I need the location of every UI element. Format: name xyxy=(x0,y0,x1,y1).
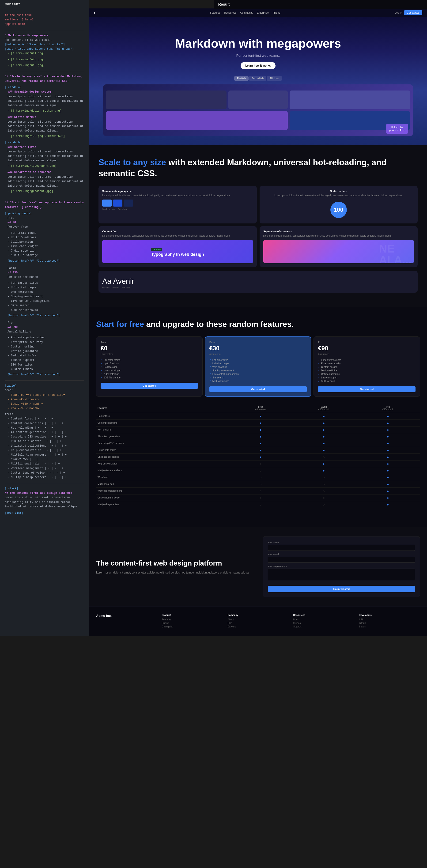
code-free-f6: - 1GB file storage xyxy=(5,253,84,258)
table-cell-check: ● xyxy=(229,426,292,433)
plan-pro-f3: Custom hosting xyxy=(318,365,416,369)
code-img1: - [! home/img/ui1.jpg] xyxy=(5,51,84,56)
table-row: Public help centre●●● xyxy=(96,447,420,454)
code-basic-f7: - 500k visitors/mo xyxy=(5,308,84,313)
footer-col-product-title: Product xyxy=(162,614,223,616)
table-cell-check: ● xyxy=(356,501,420,508)
tab-third[interactable]: Third tab xyxy=(267,76,282,81)
nav-links: Features Resources Community Enterprise … xyxy=(210,11,280,14)
table-row: Cascading CSS modules●●● xyxy=(96,440,420,447)
code-basic-f6: - Site search xyxy=(5,303,84,308)
code-img2: - [! home/img/ui5.jpg] xyxy=(5,57,84,62)
plan-free-button[interactable]: Get started xyxy=(100,383,198,389)
plan-pro-button[interactable]: Get started xyxy=(318,386,416,392)
code-lorem4: Lorem ipsum dolor sit amet, consectetur … xyxy=(5,175,84,188)
nav-actions: Log In Get started xyxy=(395,10,422,15)
code-img-design: - [! home/img/design-system.png] xyxy=(5,109,84,113)
table-cell-check: ● xyxy=(356,426,420,433)
footer-col-developers: Developers API Github Status xyxy=(359,614,420,629)
hero-title: Markdown with megapowers xyxy=(98,37,418,51)
form-name-input[interactable] xyxy=(268,545,415,551)
code-stack-heading: ## The content-first web design platform xyxy=(5,491,84,495)
footer-grid: Acme Inc. Product Features Pricing Chang… xyxy=(96,614,420,629)
code-row11: - Multilingual help | - | - | + xyxy=(5,462,84,466)
plan-basic-button[interactable]: Get started xyxy=(209,386,307,392)
code-pro-price: ## €90 xyxy=(5,325,84,330)
footer-link-api[interactable]: API xyxy=(359,618,420,621)
footer-link-changelog[interactable]: Changelog xyxy=(162,625,223,628)
swatch-label-1: Sky blue xyxy=(102,208,111,210)
footer-link-status[interactable]: Status xyxy=(359,625,420,628)
plan-basic-f7: 500k visitors/mo xyxy=(209,379,307,383)
nav-login[interactable]: Log In xyxy=(395,11,402,14)
footer-link-github[interactable]: Github xyxy=(359,622,420,624)
code-cards-b: [.cards.b] xyxy=(5,141,84,145)
footer-link-support[interactable]: Support xyxy=(293,625,354,628)
form-submit-button[interactable]: I'm interested xyxy=(268,586,415,592)
table-cell-check: ● xyxy=(229,433,292,440)
code-col1: - Free =€0-forever= xyxy=(5,397,84,402)
nav-link-enterprise[interactable]: Enterprise xyxy=(257,11,269,14)
code-free-name: Free xyxy=(5,216,84,220)
table-row: Multiple help centers○○● xyxy=(96,501,420,508)
code-items-label: items: xyxy=(5,412,84,417)
table-row: Workflows○○● xyxy=(96,474,420,480)
code-frontmatter: inline_css: true sections: [.hero] appdi… xyxy=(5,13,84,27)
code-hero-section: # Markdown with megapowers For content-f… xyxy=(5,34,84,68)
footer-link-blog[interactable]: Blog xyxy=(227,622,288,624)
table-cell-check: ○ xyxy=(292,454,356,460)
footer-link-pricing[interactable]: Pricing xyxy=(162,622,223,624)
code-free-price: ## €0 xyxy=(5,220,84,225)
nav-link-features[interactable]: Features xyxy=(210,11,220,14)
code-line-appdir: appdir: home xyxy=(5,23,25,26)
table-row: Workload management○○● xyxy=(96,488,420,494)
footer-link-features[interactable]: Features xyxy=(162,618,223,621)
scale-title-highlight: Scale to any size xyxy=(98,158,166,167)
left-panel: inline_css: true sections: [.hero] appdi… xyxy=(0,8,89,636)
code-row7: - Unlimited collections | + | - | + xyxy=(5,444,84,448)
swatch-dark-blue xyxy=(113,199,122,207)
plan-basic-f1: For larger sites xyxy=(209,358,307,362)
table-header-features: Features xyxy=(96,404,229,413)
code-col2: - Basic =€30 / month= xyxy=(5,402,84,406)
footer-link-docs[interactable]: Docs xyxy=(293,618,354,621)
footer-col-product: Product Features Pricing Changelog xyxy=(162,614,223,629)
plan-pro-f5: Uptime guarantee xyxy=(318,372,416,376)
tab-first[interactable]: First tab xyxy=(234,76,248,81)
footer-link-careers[interactable]: Careers xyxy=(227,625,288,628)
stack-desc: Lorem ipsum dolor sit amet, consectetur … xyxy=(96,570,253,575)
code-row8: - Help customization | - | + | + xyxy=(5,448,84,453)
card-content-first-title: Content first xyxy=(102,230,253,233)
form-email-input[interactable] xyxy=(268,557,415,563)
footer-link-guides[interactable]: Guides xyxy=(293,622,354,624)
code-free-btn: [button href="#" "Get started"] xyxy=(5,259,84,263)
tab-second[interactable]: Second tab xyxy=(249,76,267,81)
hero-cta-button[interactable]: Learn how it works xyxy=(241,62,276,69)
swatch-deeper-blue xyxy=(124,199,133,207)
table-cell-check: ● xyxy=(356,474,420,480)
pricing-section: Start for free and upgrade to these rand… xyxy=(89,307,427,527)
nav-link-community[interactable]: Community xyxy=(240,11,253,14)
table-cell-check: ○ xyxy=(292,494,356,501)
code-stack-section: [.stack] ## The content-first web design… xyxy=(5,487,84,515)
card-static-desc: Lorem ipsum dolor sit amet, consectetur … xyxy=(274,194,403,197)
table-row: Content collections●●● xyxy=(96,420,420,426)
code-basic-f1: - For larger sites xyxy=(5,281,84,285)
pricing-cards: Free €0 Forever free For small teams Up … xyxy=(96,337,420,397)
pricing-title: Start for free and upgrade to these rand… xyxy=(96,319,420,329)
code-stack-lorem: Lorem ipsum dolor sit amet, consectetur … xyxy=(5,495,84,509)
footer-col-company-title: Company xyxy=(227,614,288,616)
nav-link-resources[interactable]: Resources xyxy=(224,11,237,14)
table-cell-check: ● xyxy=(292,467,356,474)
code-pro-f1: - For enterprise sites xyxy=(5,336,84,340)
nav-link-pricing[interactable]: Pricing xyxy=(272,11,280,14)
table-cell-check: ● xyxy=(356,447,420,454)
code-basic-f4: - Staging environment xyxy=(5,294,84,299)
plan-pro-price: €90 xyxy=(318,345,416,352)
footer-link-about[interactable]: About xyxy=(227,618,288,621)
table-cell-check: ● xyxy=(356,440,420,447)
navbar: ● Features Resources Community Enterpris… xyxy=(89,8,427,17)
form-req-input[interactable] xyxy=(268,568,415,580)
hero-subtitle: For content-first web teams. xyxy=(98,54,418,57)
nav-cta-button[interactable]: Get started xyxy=(404,10,422,15)
